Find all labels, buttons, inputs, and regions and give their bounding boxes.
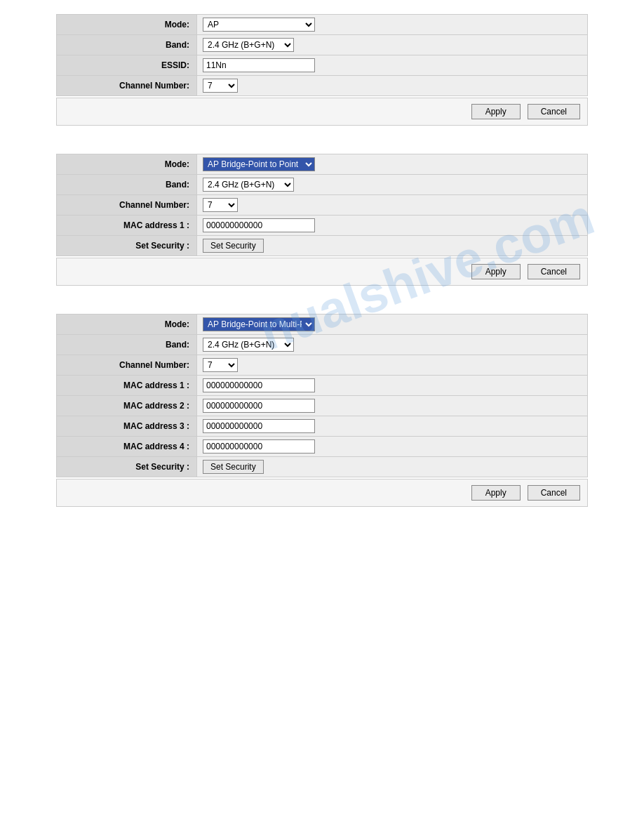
mode-label-3: Mode: <box>57 315 197 335</box>
channel-value-cell-1: 7 <box>197 76 588 96</box>
channel-label-3: Channel Number: <box>57 355 197 376</box>
setsecurity-value-cell-2: Set Security <box>197 236 588 256</box>
set-security-button-3[interactable]: Set Security <box>203 460 264 474</box>
cancel-button-2[interactable]: Cancel <box>528 264 580 279</box>
apply-button-3[interactable]: Apply <box>471 485 521 501</box>
mac1-label-2: MAC address 1 : <box>57 216 197 236</box>
cancel-button-1[interactable]: Cancel <box>528 104 580 119</box>
mode-select-3[interactable]: AP Bridge-Point to Multi-Point <box>203 317 315 331</box>
band-label-1: Band: <box>57 35 197 55</box>
band-label-3: Band: <box>57 335 197 355</box>
section-ap-bridge-p2p: Mode: AP Bridge-Point to Point Band: 2.4… <box>56 154 588 286</box>
section1-table: Mode: AP Band: 2.4 GHz (B+G+N) ESSID: <box>56 14 588 96</box>
mode-select-1[interactable]: AP <box>203 18 315 32</box>
channel-value-cell-2: 7 <box>197 195 588 216</box>
apply-button-2[interactable]: Apply <box>471 264 521 279</box>
section-ap: Mode: AP Band: 2.4 GHz (B+G+N) ESSID: <box>56 14 588 126</box>
band-label-2: Band: <box>57 175 197 195</box>
mode-label-2: Mode: <box>57 154 197 175</box>
setsecurity-value-cell-3: Set Security <box>197 457 588 477</box>
channel-value-cell-3: 7 <box>197 355 588 376</box>
band-value-cell-3: 2.4 GHz (B+G+N) <box>197 335 588 355</box>
channel-label-2: Channel Number: <box>57 195 197 216</box>
mode-value-cell-2: AP Bridge-Point to Point <box>197 154 588 175</box>
mode-value-cell-3: AP Bridge-Point to Multi-Point <box>197 315 588 335</box>
set-security-button-2[interactable]: Set Security <box>203 239 264 253</box>
cancel-button-3[interactable]: Cancel <box>528 485 580 501</box>
band-value-cell-2: 2.4 GHz (B+G+N) <box>197 175 588 195</box>
mac4-value-cell-3 <box>197 437 588 457</box>
section2-actions: Apply Cancel <box>56 258 588 286</box>
mode-label-1: Mode: <box>57 15 197 35</box>
section3-actions: Apply Cancel <box>56 479 588 507</box>
essid-input[interactable] <box>203 58 315 72</box>
mode-select-2[interactable]: AP Bridge-Point to Point <box>203 157 315 171</box>
mac3-label-3: MAC address 3 : <box>57 416 197 437</box>
section2-table: Mode: AP Bridge-Point to Point Band: 2.4… <box>56 154 588 256</box>
mac2-input-3[interactable] <box>203 399 315 413</box>
section-ap-bridge-p2mp: Mode: AP Bridge-Point to Multi-Point Ban… <box>56 314 588 507</box>
band-select-3[interactable]: 2.4 GHz (B+G+N) <box>203 338 294 352</box>
mac2-value-cell-3 <box>197 396 588 416</box>
mac1-input-2[interactable] <box>203 218 315 232</box>
mac1-value-cell-2 <box>197 216 588 236</box>
essid-value-cell <box>197 55 588 76</box>
band-select-2[interactable]: 2.4 GHz (B+G+N) <box>203 178 294 192</box>
section3-table: Mode: AP Bridge-Point to Multi-Point Ban… <box>56 314 588 477</box>
channel-select-2[interactable]: 7 <box>203 198 238 212</box>
mode-value-cell-1: AP <box>197 15 588 35</box>
channel-select-1[interactable]: 7 <box>203 79 238 93</box>
mac4-input-3[interactable] <box>203 439 315 454</box>
mac1-label-3: MAC address 1 : <box>57 376 197 396</box>
setsecurity-label-3: Set Security : <box>57 457 197 477</box>
mac1-value-cell-3 <box>197 376 588 396</box>
essid-label: ESSID: <box>57 55 197 76</box>
band-value-cell-1: 2.4 GHz (B+G+N) <box>197 35 588 55</box>
mac1-input-3[interactable] <box>203 378 315 392</box>
channel-label-1: Channel Number: <box>57 76 197 96</box>
mac4-label-3: MAC address 4 : <box>57 437 197 457</box>
channel-select-3[interactable]: 7 <box>203 358 238 372</box>
apply-button-1[interactable]: Apply <box>471 104 521 119</box>
band-select-1[interactable]: 2.4 GHz (B+G+N) <box>203 38 294 52</box>
mac3-value-cell-3 <box>197 416 588 437</box>
mac3-input-3[interactable] <box>203 419 315 433</box>
mac2-label-3: MAC address 2 : <box>57 396 197 416</box>
section1-actions: Apply Cancel <box>56 98 588 126</box>
setsecurity-label-2: Set Security : <box>57 236 197 256</box>
